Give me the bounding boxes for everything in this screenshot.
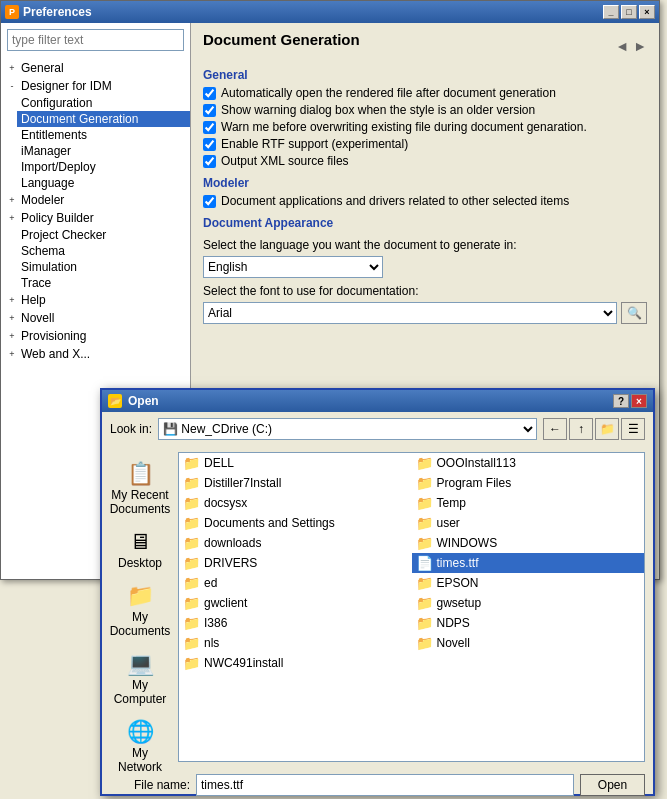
nav-back-button[interactable]: ◄ [615, 38, 629, 54]
dialog-icon: 📂 [108, 394, 122, 408]
view-menu-button[interactable]: ☰ [621, 418, 645, 440]
tree-label-designer: Designer for IDM [19, 79, 112, 93]
tree-item-configuration[interactable]: Configuration [17, 95, 190, 111]
checkbox-modeler[interactable] [203, 195, 216, 208]
file-item-nls[interactable]: 📁nls [179, 633, 412, 653]
expand-icon-help: + [5, 293, 19, 307]
lang-select-row: English French German Spanish [203, 256, 647, 278]
folder-icon: 📁 [416, 615, 433, 631]
dialog-close-button[interactable]: × [631, 394, 647, 408]
tree-item-provisioning[interactable]: + Provisioning [1, 327, 190, 345]
file-item-i386[interactable]: 📁I386 [179, 613, 412, 633]
nav-network[interactable]: 🌐 My Network [112, 714, 168, 778]
file-item-novell[interactable]: 📁Novell [412, 633, 645, 653]
file-item-dell[interactable]: 📁DELL [179, 453, 412, 473]
open-dialog: 📂 Open ? × Look in: 💾 New_CDrive (C:) ← … [100, 388, 655, 796]
file-item-gwsetup[interactable]: 📁gwsetup [412, 593, 645, 613]
tree-item-web[interactable]: + Web and X... [1, 345, 190, 363]
tree-item-modeler[interactable]: + Modeler [1, 191, 190, 209]
font-select-row: Arial Times New Roman Courier New 🔍 [203, 302, 647, 324]
file-item-windows[interactable]: 📁WINDOWS [412, 533, 645, 553]
folder-icon: 📁 [183, 595, 200, 611]
font-browse-button[interactable]: 🔍 [621, 302, 647, 324]
network-icon: 🌐 [125, 718, 155, 746]
nav-recent-documents[interactable]: 📋 My Recent Documents [112, 456, 168, 520]
checkbox-4[interactable] [203, 138, 216, 151]
tree-item-simulation[interactable]: Simulation [1, 259, 190, 275]
checkbox-row-4: Enable RTF support (experimental) [203, 137, 647, 151]
file-item-downloads[interactable]: 📁downloads [179, 533, 412, 553]
back-button[interactable]: ← [543, 418, 567, 440]
nav-my-computer[interactable]: 💻 My Computer [112, 646, 168, 710]
tree-label-configuration: Configuration [21, 96, 92, 110]
tree-item-schema[interactable]: Schema [1, 243, 190, 259]
checkbox-row-5: Output XML source files [203, 154, 647, 168]
tree-item-project-checker[interactable]: Project Checker [1, 227, 190, 243]
tree-item-novell[interactable]: + Novell [1, 309, 190, 327]
folder-icon: 📁 [416, 595, 433, 611]
close-button[interactable]: × [639, 5, 655, 19]
tree-item-trace[interactable]: Trace [1, 275, 190, 291]
filter-input[interactable] [7, 29, 184, 51]
file-item-ndps[interactable]: 📁NDPS [412, 613, 645, 633]
file-item-docsysx[interactable]: 📁docsysx [179, 493, 412, 513]
file-item-gwclient[interactable]: 📁gwclient [179, 593, 412, 613]
tree-item-document-generation[interactable]: Document Generation [17, 111, 190, 127]
file-item-ed[interactable]: 📁ed [179, 573, 412, 593]
checkbox-1[interactable] [203, 87, 216, 100]
tree-item-general[interactable]: + General [1, 59, 190, 77]
dialog-title: Open [128, 394, 159, 408]
temp-icon: 📁 [416, 495, 433, 511]
file-item-drivers[interactable]: 📁DRIVERS [179, 553, 412, 573]
dialog-nav-icons: 📋 My Recent Documents 🖥 Desktop 📁 My Doc… [110, 452, 170, 762]
checkbox-5[interactable] [203, 155, 216, 168]
checkbox-2[interactable] [203, 104, 216, 117]
nav-my-documents[interactable]: 📁 My Documents [112, 578, 168, 642]
new-folder-button[interactable]: 📁 [595, 418, 619, 440]
tree-item-language[interactable]: Language [17, 175, 190, 191]
tree-item-import-deploy[interactable]: Import/Deploy [17, 159, 190, 175]
tree-item-entitlements[interactable]: Entitlements [17, 127, 190, 143]
look-in-select[interactable]: 💾 New_CDrive (C:) [158, 418, 537, 440]
tree-item-designer[interactable]: - Designer for IDM [1, 77, 190, 95]
nav-desktop[interactable]: 🖥 Desktop [112, 524, 168, 574]
folder-icon: 📁 [416, 515, 433, 531]
tree-item-imanager[interactable]: iManager [17, 143, 190, 159]
file-item-epson[interactable]: 📁EPSON [412, 573, 645, 593]
tree-label-general: General [19, 61, 64, 75]
expand-icon-modeler: + [5, 193, 19, 207]
file-item-ooo[interactable]: 📁OOOInstall113 [412, 453, 645, 473]
filename-input[interactable] [196, 774, 574, 796]
folder-icon: 📁 [416, 535, 433, 551]
font-select[interactable]: Arial Times New Roman Courier New [203, 302, 617, 324]
file-item-program-files[interactable]: 📁Program Files [412, 473, 645, 493]
file-list-area: 📁DELL 📁OOOInstall113 📁Distiller7Install … [178, 452, 645, 762]
checkbox-label-3: Warn me before overwriting existing file… [221, 120, 587, 134]
folder-icon: 📁 [183, 455, 200, 471]
dialog-bottom: File name: Open Files of type: TrueType … [102, 770, 653, 799]
tree-label-modeler: Modeler [19, 193, 64, 207]
file-item-temp[interactable]: 📁Temp [412, 493, 645, 513]
checkbox-3[interactable] [203, 121, 216, 134]
language-select[interactable]: English French German Spanish [203, 256, 383, 278]
tree-item-policy-builder[interactable]: + Policy Builder [1, 209, 190, 227]
open-button[interactable]: Open [580, 774, 645, 796]
minimize-button[interactable]: _ [603, 5, 619, 19]
up-button[interactable]: ↑ [569, 418, 593, 440]
file-item-nwc491[interactable]: 📁NWC491install [179, 653, 412, 673]
tree-label-trace: Trace [21, 276, 51, 290]
file-item-user[interactable]: 📁user [412, 513, 645, 533]
folder-icon: 📁 [183, 615, 200, 631]
tree-item-help[interactable]: + Help [1, 291, 190, 309]
file-item-distiller[interactable]: 📁Distiller7Install [179, 473, 412, 493]
maximize-button[interactable]: □ [621, 5, 637, 19]
preferences-icon: P [5, 5, 19, 19]
file-item-times-ttf[interactable]: 📄times.ttf [412, 553, 645, 573]
my-computer-icon: 💻 [125, 650, 155, 678]
file-item-docs-settings[interactable]: 📁Documents and Settings [179, 513, 412, 533]
dialog-help-button[interactable]: ? [613, 394, 629, 408]
dialog-title-bar: 📂 Open ? × [102, 390, 653, 412]
nav-forward-button[interactable]: ► [633, 38, 647, 54]
tree-label-help: Help [19, 293, 46, 307]
designer-children: Configuration Document Generation Entitl… [1, 95, 190, 191]
